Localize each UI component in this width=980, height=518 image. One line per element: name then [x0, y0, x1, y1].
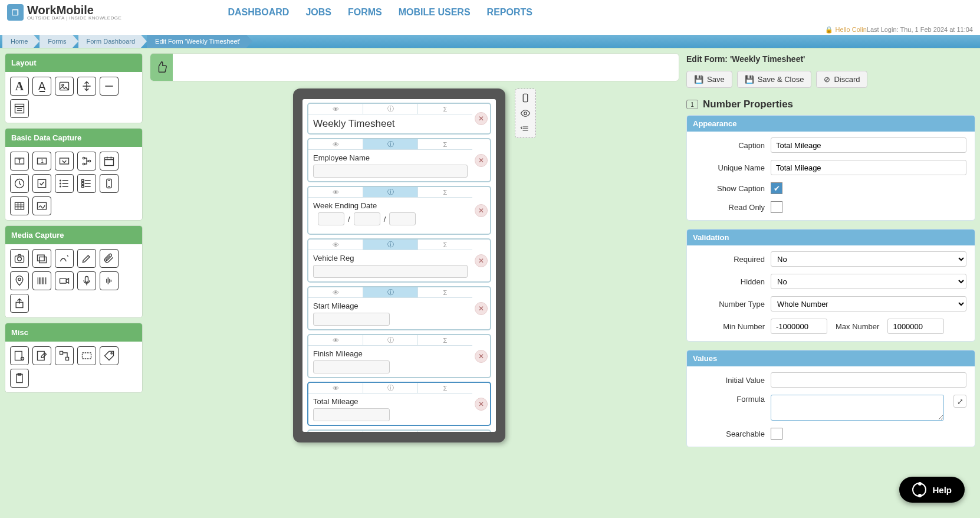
- tool-clipboard[interactable]: [10, 369, 29, 388]
- tool-note[interactable]: [32, 346, 51, 365]
- info-icon[interactable]: ⓘ: [363, 240, 418, 250]
- remove-field-icon[interactable]: ✕: [475, 154, 488, 167]
- eye-off-icon[interactable]: 👁: [308, 104, 363, 114]
- field-total-mileage[interactable]: 👁ⓘΣ Total Mileage ✕: [307, 382, 491, 426]
- field-vehicle-input[interactable]: [313, 265, 468, 278]
- field-title[interactable]: 👁ⓘΣ Weekly Timesheet ✕: [307, 103, 491, 135]
- field-start-mileage[interactable]: 👁ⓘΣ Start Mileage ✕: [307, 286, 491, 330]
- sigma-icon[interactable]: Σ: [418, 240, 472, 250]
- field-days[interactable]: 👁ⓘΣ Days on a call ✕: [307, 430, 491, 432]
- tool-camera[interactable]: [10, 249, 29, 268]
- tool-section[interactable]: [10, 99, 29, 118]
- nav-forms[interactable]: FORMS: [348, 7, 382, 18]
- eye-off-icon[interactable]: 👁: [308, 240, 363, 250]
- field-week-ending[interactable]: 👁ⓘΣ Week Ending Date / /: [307, 186, 491, 235]
- remove-field-icon[interactable]: ✕: [475, 350, 488, 363]
- remove-field-icon[interactable]: ✕: [475, 254, 488, 267]
- device-icon[interactable]: [518, 91, 533, 104]
- formula-input[interactable]: [771, 395, 944, 421]
- help-button[interactable]: Help: [899, 477, 965, 503]
- nav-jobs[interactable]: JOBS: [305, 7, 331, 18]
- info-icon[interactable]: ⓘ: [363, 187, 418, 197]
- tool-lookup[interactable]: [100, 174, 119, 193]
- tool-workflow[interactable]: [55, 346, 74, 365]
- save-close-button[interactable]: 💾Save & Close: [737, 71, 812, 88]
- tool-sketch[interactable]: [55, 249, 74, 268]
- info-icon[interactable]: ⓘ: [363, 139, 418, 149]
- remove-field-icon[interactable]: ✕: [475, 204, 488, 217]
- info-icon[interactable]: ⓘ: [363, 104, 418, 114]
- eye-off-icon[interactable]: 👁: [308, 139, 363, 149]
- field-finish-mileage[interactable]: 👁ⓘΣ Finish Mileage ✕: [307, 334, 491, 378]
- tool-divider[interactable]: [100, 77, 119, 96]
- min-number-input[interactable]: [771, 319, 827, 334]
- field-employee[interactable]: 👁ⓘΣ Employee Name ✕: [307, 138, 491, 182]
- tool-attachment[interactable]: [100, 249, 119, 268]
- tool-gallery[interactable]: [32, 249, 51, 268]
- tool-checkbox[interactable]: [32, 174, 51, 193]
- searchable-checkbox[interactable]: [771, 428, 782, 440]
- tool-container[interactable]: [77, 346, 96, 365]
- tool-waveform[interactable]: [100, 271, 119, 290]
- crumb-forms[interactable]: Forms: [40, 35, 72, 48]
- tool-draw[interactable]: [77, 249, 96, 268]
- caption-input[interactable]: [771, 137, 966, 153]
- sigma-icon[interactable]: Σ: [418, 383, 472, 393]
- max-number-input[interactable]: [887, 319, 944, 334]
- preview-icon[interactable]: [518, 107, 533, 120]
- crumb-home[interactable]: Home: [2, 35, 34, 48]
- expand-formula-icon[interactable]: ⤢: [953, 395, 966, 408]
- tool-form-link[interactable]: [10, 346, 29, 365]
- unique-name-input[interactable]: [771, 160, 966, 175]
- sigma-icon[interactable]: Σ: [418, 139, 472, 149]
- required-select[interactable]: No: [771, 251, 966, 267]
- sigma-icon[interactable]: Σ: [418, 431, 472, 432]
- tool-barcode[interactable]: [32, 271, 51, 290]
- tool-number[interactable]: 1: [32, 152, 51, 171]
- tool-time[interactable]: [10, 174, 29, 193]
- tool-date[interactable]: [100, 152, 119, 171]
- crumb-edit-form[interactable]: Edit Form 'Weekly Timesheet': [147, 35, 246, 48]
- tool-list[interactable]: [55, 174, 74, 193]
- date-month-input[interactable]: [354, 212, 380, 225]
- info-icon[interactable]: ⓘ: [363, 335, 418, 345]
- nav-dashboard[interactable]: DASHBOARD: [228, 7, 289, 18]
- field-employee-input[interactable]: [313, 165, 468, 178]
- readonly-checkbox[interactable]: [771, 201, 782, 213]
- save-button[interactable]: 💾Save: [686, 71, 732, 88]
- date-day-input[interactable]: [318, 212, 344, 225]
- field-total-input[interactable]: [313, 408, 390, 421]
- date-year-input[interactable]: [389, 212, 416, 225]
- remove-field-icon[interactable]: ✕: [475, 112, 488, 125]
- crumb-form-dashboard[interactable]: Form Dashboard: [78, 35, 142, 48]
- tool-options[interactable]: [77, 174, 96, 193]
- info-icon[interactable]: ⓘ: [363, 383, 418, 393]
- tool-audio[interactable]: [77, 271, 96, 290]
- show-caption-checkbox[interactable]: ✔: [771, 182, 782, 194]
- tool-label[interactable]: A̲: [32, 77, 51, 96]
- tool-image[interactable]: [55, 77, 74, 96]
- tool-dropdown[interactable]: [55, 152, 74, 171]
- sigma-icon[interactable]: Σ: [418, 187, 472, 197]
- nav-mobile-users[interactable]: MOBILE USERS: [399, 7, 471, 18]
- field-finish-input[interactable]: [313, 360, 390, 373]
- tool-location[interactable]: [10, 271, 29, 290]
- initial-value-input[interactable]: [771, 372, 966, 388]
- hidden-select[interactable]: No: [771, 274, 966, 289]
- field-vehicle[interactable]: 👁ⓘΣ Vehicle Reg ✕: [307, 238, 491, 283]
- remove-field-icon[interactable]: ✕: [475, 398, 488, 411]
- remove-field-icon[interactable]: ✕: [475, 302, 488, 315]
- reorder-icon[interactable]: [518, 122, 533, 135]
- eye-off-icon[interactable]: 👁: [308, 335, 363, 345]
- sigma-icon[interactable]: Σ: [418, 335, 472, 345]
- eye-off-icon[interactable]: 👁: [308, 187, 363, 197]
- sigma-icon[interactable]: Σ: [418, 287, 472, 297]
- sigma-icon[interactable]: Σ: [418, 104, 472, 114]
- nav-reports[interactable]: REPORTS: [487, 7, 532, 18]
- info-icon[interactable]: ⓘ: [363, 431, 418, 432]
- field-start-input[interactable]: [313, 313, 390, 326]
- tool-tree[interactable]: [77, 152, 96, 171]
- tool-textbox[interactable]: [10, 152, 29, 171]
- info-icon[interactable]: ⓘ: [363, 287, 418, 297]
- tool-table[interactable]: [10, 196, 29, 215]
